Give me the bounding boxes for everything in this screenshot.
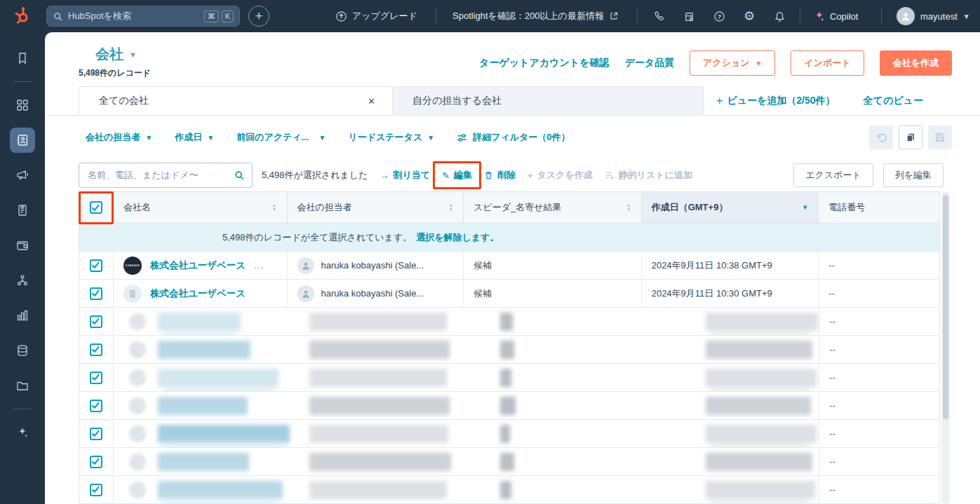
spotlight-link[interactable]: Spotlightを確認：200以上の最新情報 (452, 0, 619, 32)
create-company-button[interactable]: 会社を作成 (880, 50, 952, 76)
row-checkbox[interactable] (90, 315, 102, 328)
row-checkbox[interactable] (90, 287, 102, 300)
phone-value: -- (829, 428, 835, 439)
sort-icon[interactable]: ▲▼ (448, 203, 453, 212)
row-checkbox[interactable] (90, 456, 102, 468)
chevron-down-icon: ▼ (207, 134, 214, 142)
sidebar-item-reporting[interactable] (10, 303, 35, 328)
data-quality-link[interactable]: データ品質 (624, 57, 674, 69)
select-all-cell (79, 192, 114, 223)
column-header-5[interactable]: 電話番号 (819, 192, 939, 223)
redacted-cells (114, 476, 819, 503)
clear-selection-link[interactable]: 選択を解除します。 (416, 231, 499, 244)
sort-desc-icon[interactable]: ▼ (802, 204, 808, 211)
copy-view-button[interactable] (899, 125, 922, 149)
phone-value: -- (829, 316, 835, 327)
owner-name: haruka kobayashi (Sale... (321, 288, 424, 299)
sidebar-item-commerce[interactable] (10, 233, 35, 258)
row-checkbox[interactable] (90, 372, 102, 384)
column-label: 会社名 (123, 201, 151, 214)
sidebar-item-data-management[interactable] (10, 338, 35, 363)
selection-banner: 5,498件のレコードが全て選択されています。 選択を解除します。 (79, 224, 939, 252)
row-checkbox-cell (79, 476, 114, 503)
target-accounts-link[interactable]: ターゲットアカウントを確認 (479, 57, 609, 69)
notifications-icon[interactable] (770, 11, 788, 22)
select-all-checkbox[interactable] (90, 201, 102, 214)
phone-value: -- (828, 260, 835, 271)
actions-button[interactable]: アクション▼ (690, 50, 775, 76)
redacted-echo (711, 496, 807, 504)
record-count: 5,498件のレコード (79, 67, 151, 79)
global-search-input[interactable]: HubSpotを検索 ⌘ K (46, 6, 240, 27)
column-label: スピーダ_名寄せ結果 (474, 201, 561, 214)
company-link[interactable]: 株式会社ユーザベース (150, 287, 246, 300)
user-menu[interactable]: mayutest ▼ (897, 0, 970, 32)
add-to-static-list-action: 静的リストに追加 (605, 169, 692, 182)
sidebar-item-marketing[interactable] (10, 163, 35, 188)
created-cell: 2024年9月11日 10:38 GMT+9 (642, 252, 819, 279)
status-cell: 候補 (464, 252, 642, 279)
scrollbar-thumb[interactable] (943, 195, 948, 419)
row-checkbox[interactable] (90, 428, 102, 440)
settings-icon[interactable]: ⚙ (740, 10, 758, 22)
redacted-owner (309, 369, 447, 387)
sidebar-item-content[interactable] (10, 198, 35, 223)
vertical-scrollbar[interactable] (941, 191, 950, 504)
more-indicator[interactable]: ... (254, 260, 264, 271)
column-header-1[interactable]: 会社名▲▼ (114, 192, 288, 223)
row-checkbox[interactable] (90, 484, 102, 496)
edit-action[interactable]: ✎編集 (442, 169, 472, 182)
table-header-row: 会社名▲▼会社の担当者▲▼スピーダ_名寄せ結果▲▼作成日（GMT+9）▼電話番号 (79, 192, 939, 224)
column-header-4[interactable]: 作成日（GMT+9）▼ (642, 192, 819, 223)
phone-cell: -- (819, 476, 939, 503)
sidebar-item-copilot[interactable] (10, 420, 35, 445)
filter-lead-status[interactable]: リードステータス▼ (348, 131, 434, 144)
sidebar-item-bookmarks[interactable] (10, 46, 35, 71)
sidebar-item-crm[interactable] (10, 128, 35, 153)
row-checkbox[interactable] (90, 343, 102, 356)
tab-my-companies[interactable]: 自分の担当する会社 (393, 86, 704, 115)
column-header-3[interactable]: スピーダ_名寄せ結果▲▼ (464, 192, 642, 223)
filter-company-owner[interactable]: 会社の担当者▼ (86, 131, 152, 144)
sidebar-item-library[interactable] (10, 373, 35, 398)
assign-action[interactable]: →割り当て (380, 169, 430, 182)
phone-cell: -- (819, 392, 939, 419)
delete-action[interactable]: 削除 (484, 169, 516, 182)
table-row: -- (79, 392, 939, 420)
table-search-input[interactable]: 名前、電話、またはドメ〜 (79, 163, 253, 188)
copilot-button[interactable]: Copilot (814, 0, 858, 32)
company-link[interactable]: 株式会社ユーザベース (150, 259, 246, 272)
filter-create-date[interactable]: 作成日▼ (175, 131, 214, 144)
phone-cell: -- (819, 280, 939, 307)
redacted-status (500, 341, 514, 359)
column-label: 電話番号 (828, 201, 865, 214)
import-button[interactable]: インポート (791, 50, 864, 76)
edit-columns-button[interactable]: 列を編集 (883, 163, 944, 187)
add-view-link[interactable]: +ビューを追加（2/50件） (716, 95, 835, 107)
help-icon[interactable]: ? (710, 11, 728, 22)
object-type-selector[interactable]: 会社 ▼ (95, 45, 137, 64)
phone-value: -- (828, 288, 835, 299)
chevron-down-icon: ▼ (756, 60, 763, 67)
marketplace-icon[interactable] (680, 11, 698, 22)
quick-create-button[interactable]: + (248, 6, 269, 27)
bulk-action-bar: 名前、電話、またはドメ〜 5,498件が選択されました →割り当て ✎編集 削除… (45, 159, 980, 191)
table-row: 株式会社ユーザベースharuka kobayashi (Sale...候補202… (79, 280, 939, 308)
upgrade-button[interactable]: アップグレード (335, 0, 417, 32)
sort-icon[interactable]: ▲▼ (626, 203, 631, 212)
advanced-filters-link[interactable]: 詳細フィルター（0件） (457, 131, 570, 144)
phone-icon[interactable] (650, 11, 668, 22)
all-views-link[interactable]: 全てのビュー (864, 95, 923, 107)
sort-icon[interactable]: ▲▼ (272, 203, 277, 212)
chevron-down-icon: ▼ (318, 134, 325, 142)
tab-all-companies[interactable]: 全ての会社 ✕ (79, 86, 393, 115)
sidebar-item-workspaces[interactable] (10, 93, 35, 118)
export-button[interactable]: エクスポート (793, 163, 873, 187)
column-header-2[interactable]: 会社の担当者▲▼ (288, 192, 464, 223)
row-checkbox[interactable] (90, 259, 102, 272)
hubspot-logo[interactable] (11, 0, 32, 32)
filter-last-activity[interactable]: 前回のアクティ...▼ (236, 131, 325, 144)
sidebar-item-automations[interactable] (10, 268, 35, 293)
row-checkbox[interactable] (90, 400, 102, 412)
close-tab-icon[interactable]: ✕ (368, 96, 375, 107)
